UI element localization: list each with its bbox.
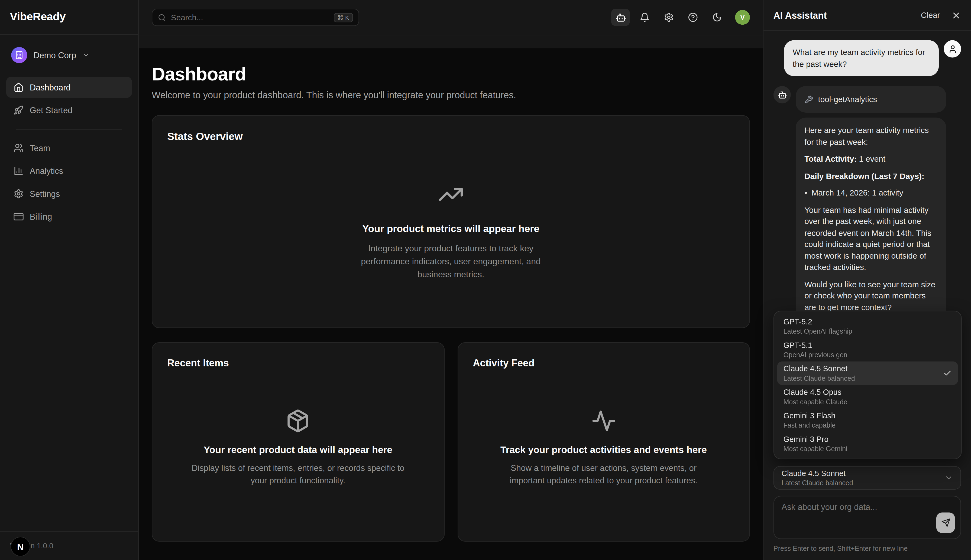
selected-model-name: Claude 4.5 Sonnet <box>782 468 944 478</box>
model-description: Fast and capable <box>783 421 952 430</box>
sidebar-item-label: Team <box>30 143 50 152</box>
model-name: GPT-5.1 <box>783 340 952 350</box>
search-shortcut-badge: ⌘ K <box>334 13 353 22</box>
sidebar-item-label: Settings <box>30 189 60 198</box>
chat-input-box <box>774 496 961 539</box>
model-option-gemini-3-pro[interactable]: Gemini 3 Pro Most capable Gemini <box>777 432 958 455</box>
empty-heading: Your recent product data will appear her… <box>204 444 392 455</box>
page-subtitle: Welcome to your product dashboard. This … <box>152 90 750 100</box>
ai-assistant-panel: AI Assistant Clear What are my team acti… <box>763 0 971 560</box>
check-icon <box>943 369 952 377</box>
composer-hint: Press Enter to send, Shift+Enter for new… <box>774 545 961 552</box>
assistant-bubbles: tool-getAnalytics Here are your team act… <box>796 86 946 321</box>
empty-description: Integrate your product features to track… <box>349 242 553 281</box>
model-option-gpt-5-1[interactable]: GPT-5.1 OpenAI previous gen <box>777 338 958 362</box>
sidebar-item-dashboard[interactable]: Dashboard <box>6 77 132 98</box>
main-column: ⌘ K <box>139 0 763 560</box>
stats-overview-card: Stats Overview Your product metrics will… <box>152 115 750 328</box>
theme-toggle-button[interactable] <box>708 9 727 26</box>
help-button[interactable] <box>684 9 702 26</box>
reply-paragraph: Would you like to see your team size or … <box>804 279 938 313</box>
tool-call-label: tool-getAnalytics <box>818 93 877 105</box>
app-logo: VibeReady <box>10 10 66 23</box>
reply-total-label: Total Activity: <box>804 154 857 163</box>
sidebar-item-label: Billing <box>30 212 52 221</box>
sidebar-item-billing[interactable]: Billing <box>6 206 132 227</box>
stats-empty-state: Your product metrics will appear here In… <box>167 182 734 281</box>
model-name: GPT-5.2 <box>783 317 952 327</box>
sidebar-item-label: Dashboard <box>30 83 71 92</box>
close-panel-button[interactable] <box>951 10 961 20</box>
reply-paragraph: Your team has had minimal activity over … <box>804 205 938 273</box>
reply-total-line: Total Activity: 1 event <box>804 153 938 165</box>
reply-total-value: 1 event <box>857 154 885 163</box>
sidebar-item-settings[interactable]: Settings <box>6 183 132 205</box>
assistant-chat-avatar <box>774 86 791 103</box>
bot-icon <box>615 12 626 23</box>
recent-items-card: Recent Items Your recent product data wi… <box>152 342 444 542</box>
moon-icon <box>712 12 722 22</box>
sidebar-header: VibeReady <box>0 0 138 35</box>
bar-chart-icon <box>13 166 23 176</box>
model-name: Gemini 3 Pro <box>783 435 952 445</box>
sidebar-item-get-started[interactable]: Get Started <box>6 100 132 121</box>
empty-heading: Your product metrics will appear here <box>362 223 539 235</box>
model-dropdown-menu: GPT-5.2 Latest OpenAI flagship GPT-5.1 O… <box>774 311 962 459</box>
model-option-gpt-5-2[interactable]: GPT-5.2 Latest OpenAI flagship <box>777 314 958 338</box>
empty-description: Display lists of recent items, entries, … <box>191 462 405 487</box>
assistant-message-row: tool-getAnalytics Here are your team act… <box>774 86 961 321</box>
sidebar-item-label: Analytics <box>30 166 63 175</box>
tool-call-chip: tool-getAnalytics <box>796 86 946 113</box>
user-avatar[interactable]: V <box>735 10 750 25</box>
model-option-claude-4-5-sonnet[interactable]: Claude 4.5 Sonnet Latest Claude balanced <box>777 362 958 385</box>
app-window: VibeReady Demo Corp Dashboard <box>0 0 971 560</box>
model-selector-button[interactable]: Claude 4.5 Sonnet Latest Claude balanced <box>774 466 961 490</box>
settings-button[interactable] <box>659 9 678 26</box>
sidebar-item-label: Get Started <box>30 106 73 115</box>
org-name: Demo Corp <box>33 50 76 60</box>
user-message-bubble: What are my team activity metrics for th… <box>784 40 939 77</box>
reply-paragraph: Here are your team activity metrics for … <box>804 125 938 148</box>
send-button[interactable] <box>936 513 955 533</box>
model-option-claude-4-5-opus[interactable]: Claude 4.5 Opus Most capable Claude <box>777 385 958 408</box>
bullet-text: March 14, 2026: 1 activity <box>812 188 904 199</box>
model-name: Gemini 3 Flash <box>783 411 952 421</box>
activity-feed-card: Activity Feed Track your product activit… <box>457 342 750 542</box>
clear-chat-button[interactable]: Clear <box>921 10 940 20</box>
model-description: Most capable Claude <box>783 397 952 406</box>
chevron-down-icon <box>944 473 953 482</box>
reply-breakdown-label: Daily Breakdown (Last 7 Days): <box>804 171 924 180</box>
bot-icon <box>777 90 787 99</box>
org-switcher[interactable]: Demo Corp <box>6 43 132 67</box>
sidebar-item-team[interactable]: Team <box>6 137 132 158</box>
model-description: Most capable Gemini <box>783 444 952 453</box>
sidebar-nav: Dashboard Get Started Team Analytics <box>0 67 138 229</box>
sidebar-item-analytics[interactable]: Analytics <box>6 160 132 182</box>
org-avatar <box>11 47 27 63</box>
gear-icon <box>13 189 23 199</box>
users-icon <box>13 143 23 153</box>
card-title: Recent Items <box>167 358 429 369</box>
model-option-gemini-3-flash[interactable]: Gemini 3 Flash Fast and capable <box>777 408 958 432</box>
chat-input[interactable] <box>774 497 961 538</box>
activity-pulse-icon <box>591 408 616 433</box>
search-input[interactable] <box>171 13 329 22</box>
sidebar: VibeReady Demo Corp Dashboard <box>0 0 139 560</box>
wrench-icon <box>804 95 813 104</box>
assistant-reply-bubble: Here are your team activity metrics for … <box>796 118 946 321</box>
topbar-actions: V <box>611 9 750 26</box>
model-description: Latest Claude balanced <box>783 374 943 383</box>
model-name: Claude 4.5 Sonnet <box>783 364 943 374</box>
chevron-down-icon <box>82 52 90 59</box>
nextjs-dev-badge[interactable]: N <box>11 537 30 556</box>
ai-assistant-toggle-button[interactable] <box>611 9 630 26</box>
reply-bullet-item: •March 14, 2026: 1 activity <box>804 188 938 199</box>
chat-composer: GPT-5.2 Latest OpenAI flagship GPT-5.1 O… <box>764 466 971 560</box>
card-title: Stats Overview <box>167 130 734 143</box>
reply-breakdown-line: Daily Breakdown (Last 7 Days): <box>804 171 938 182</box>
user-message-row: What are my team activity metrics for th… <box>774 40 961 77</box>
search-box[interactable]: ⌘ K <box>152 9 359 26</box>
ai-panel-title: AI Assistant <box>774 10 827 21</box>
notifications-button[interactable] <box>635 9 654 26</box>
send-icon <box>941 518 950 527</box>
